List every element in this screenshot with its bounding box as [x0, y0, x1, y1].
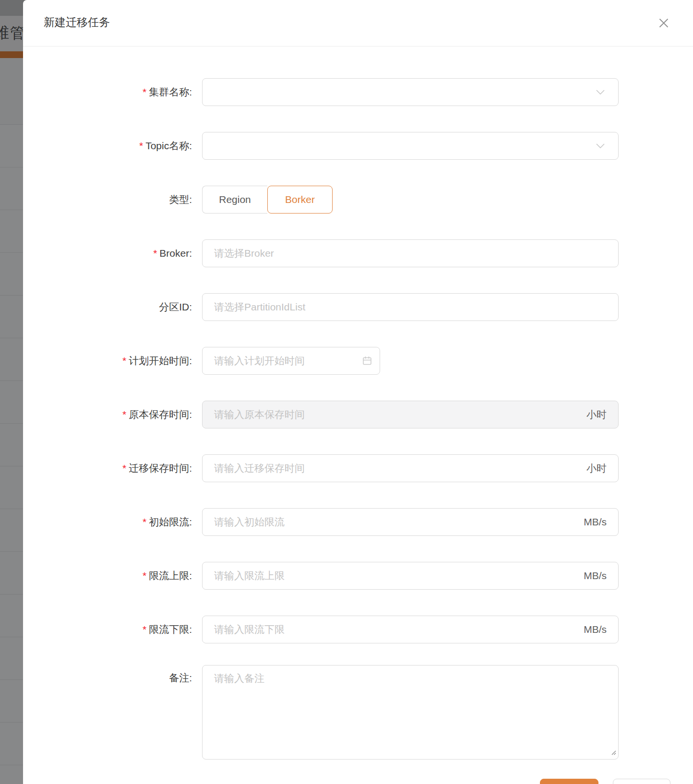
remark-label: 备注: — [23, 665, 192, 685]
rate-limit-upper-label-text: 限流上限: — [149, 570, 192, 581]
required-asterisk: * — [139, 140, 143, 151]
plan-start-time-row: *计划开始时间: — [23, 334, 693, 388]
partition-id-input[interactable] — [203, 294, 618, 321]
original-retention-time-field: 小时 — [202, 401, 619, 428]
rate-limit-upper-row: *限流上限:MB/s — [23, 549, 693, 603]
page-title: 新建迁移任务 — [44, 15, 110, 30]
rate-limit-upper-label: *限流上限: — [23, 569, 192, 582]
original-retention-time-control: 小时 — [202, 401, 619, 428]
partition-id-label: 分区ID: — [23, 300, 192, 314]
modal-header: 新建迁移任务 — [23, 0, 693, 47]
rate-limit-lower-row: *限流下限:MB/s — [23, 603, 693, 656]
close-button[interactable] — [657, 16, 671, 31]
type-row: 类型:RegionBorker — [23, 173, 693, 226]
partition-id-control — [202, 293, 619, 321]
remark-textarea[interactable] — [202, 665, 619, 760]
migration-retention-time-row: *迁移保存时间:小时 — [23, 441, 693, 495]
type-label: 类型: — [23, 193, 192, 206]
remark-row: 备注: — [23, 656, 693, 760]
required-asterisk: * — [153, 248, 157, 259]
rate-limit-lower-input[interactable] — [203, 616, 618, 643]
type-option-region[interactable]: Region — [202, 186, 267, 214]
migration-task-form: *集群名称:*Topic名称:类型:RegionBorker*Broker:分区… — [23, 47, 693, 760]
partition-id-field — [202, 293, 619, 321]
close-icon — [658, 17, 669, 30]
cluster-name-control — [202, 78, 619, 106]
broker-label-text: Broker: — [159, 248, 192, 259]
footer-primary-button[interactable] — [540, 779, 598, 784]
migration-retention-time-field: 小时 — [202, 454, 619, 482]
initial-rate-limit-input[interactable] — [203, 509, 618, 535]
modal-footer — [23, 779, 693, 784]
required-asterisk: * — [122, 463, 126, 474]
topic-name-control — [202, 132, 619, 160]
type-control: RegionBorker — [202, 186, 333, 214]
rate-limit-lower-control: MB/s — [202, 616, 619, 643]
migration-task-dialog: 新建迁移任务 *集群名称:*Topic名称:类型:RegionBorker*Br… — [23, 0, 693, 784]
original-retention-time-label: *原本保存时间: — [23, 408, 192, 421]
original-retention-time-row: *原本保存时间:小时 — [23, 388, 693, 441]
resize-handle-icon[interactable] — [609, 748, 616, 755]
rate-limit-lower-field: MB/s — [202, 616, 619, 643]
required-asterisk: * — [143, 516, 146, 527]
initial-rate-limit-label: *初始限流: — [23, 515, 192, 529]
remark-control — [202, 665, 619, 760]
cluster-name-row: *集群名称: — [23, 65, 693, 119]
required-asterisk: * — [122, 355, 126, 366]
chevron-down-icon — [596, 143, 605, 148]
migration-retention-time-label-text: 迁移保存时间: — [129, 463, 192, 474]
plan-start-time-input[interactable] — [203, 347, 380, 374]
rate-limit-lower-label-text: 限流下限: — [149, 624, 192, 635]
footer-default-button[interactable] — [613, 779, 670, 784]
cluster-name-label: *集群名称: — [23, 85, 192, 99]
type-label-text: 类型: — [169, 194, 192, 205]
type-option-borker[interactable]: Borker — [267, 186, 333, 214]
initial-rate-limit-control: MB/s — [202, 508, 619, 536]
original-retention-time-label-text: 原本保存时间: — [129, 409, 192, 420]
plan-start-time-field — [202, 347, 380, 375]
broker-row: *Broker: — [23, 226, 693, 280]
plan-start-time-label-text: 计划开始时间: — [129, 355, 192, 366]
initial-rate-limit-field: MB/s — [202, 508, 619, 536]
cluster-name-label-text: 集群名称: — [149, 86, 192, 97]
original-retention-time-input[interactable] — [203, 401, 618, 428]
type-radio-group: RegionBorker — [202, 186, 333, 214]
partition-id-row: 分区ID: — [23, 280, 693, 334]
broker-field — [202, 239, 619, 267]
required-asterisk: * — [143, 570, 146, 581]
migration-retention-time-input[interactable] — [203, 455, 618, 482]
migration-retention-time-label: *迁移保存时间: — [23, 462, 192, 475]
topic-name-row: *Topic名称: — [23, 119, 693, 173]
rate-limit-upper-input[interactable] — [203, 562, 618, 589]
cluster-name-select[interactable] — [202, 78, 619, 106]
calendar-icon[interactable] — [361, 355, 373, 367]
topic-name-label-text: Topic名称: — [145, 140, 192, 151]
required-asterisk: * — [143, 624, 146, 635]
broker-input[interactable] — [203, 240, 618, 267]
required-asterisk: * — [143, 86, 146, 97]
topic-name-select[interactable] — [202, 132, 619, 160]
screen: 维管 新建迁移任务 *集群名称:*Topic名称:类型:RegionBorker… — [0, 0, 693, 784]
rate-limit-upper-field: MB/s — [202, 562, 619, 590]
partition-id-label-text: 分区ID: — [159, 301, 192, 312]
initial-rate-limit-label-text: 初始限流: — [149, 516, 192, 527]
initial-rate-limit-row: *初始限流:MB/s — [23, 495, 693, 549]
broker-label: *Broker: — [23, 248, 192, 259]
remark-label-text: 备注: — [169, 672, 192, 683]
migration-retention-time-control: 小时 — [202, 454, 619, 482]
plan-start-time-control — [202, 347, 380, 375]
chevron-down-icon — [596, 90, 605, 95]
rate-limit-lower-label: *限流下限: — [23, 623, 192, 636]
broker-control — [202, 239, 619, 267]
required-asterisk: * — [122, 409, 126, 420]
rate-limit-upper-control: MB/s — [202, 562, 619, 590]
topic-name-label: *Topic名称: — [23, 139, 192, 153]
plan-start-time-label: *计划开始时间: — [23, 354, 192, 368]
